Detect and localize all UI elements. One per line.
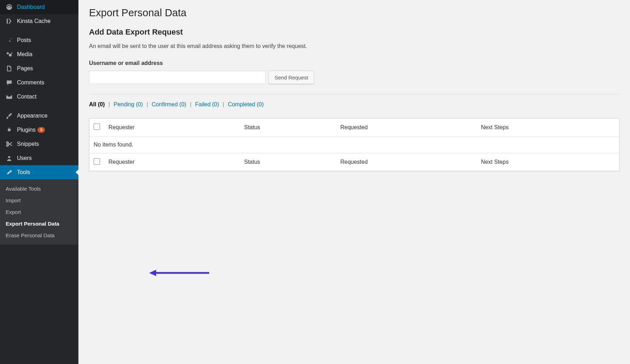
sidebar-item-comments[interactable]: Comments <box>0 76 78 90</box>
sidebar-item-contact[interactable]: Contact <box>0 90 78 104</box>
svg-point-4 <box>8 156 10 158</box>
select-all-checkbox-bottom[interactable] <box>94 158 100 165</box>
sidebar-item-label: Kinsta Cache <box>17 18 51 24</box>
sidebar-item-dashboard[interactable]: Dashboard <box>0 0 78 14</box>
col-requested[interactable]: Requested <box>336 119 477 137</box>
menu-separator <box>0 28 78 33</box>
kinsta-icon <box>5 18 13 25</box>
annotation-arrow-icon <box>149 269 209 278</box>
mail-icon <box>5 93 13 100</box>
page-title: Export Personal Data <box>89 7 619 19</box>
col-requester[interactable]: Requester <box>104 153 240 171</box>
sidebar-item-snippets[interactable]: Snippets <box>0 137 78 151</box>
submenu-erase-personal-data[interactable]: Erase Personal Data <box>0 229 78 241</box>
username-email-label: Username or email address <box>89 60 619 66</box>
comment-icon <box>5 79 13 86</box>
col-requester[interactable]: Requester <box>104 119 240 137</box>
page-description: An email will be sent to the user at thi… <box>89 43 619 49</box>
dashboard-icon <box>5 4 13 11</box>
sidebar-item-media[interactable]: Media <box>0 47 78 61</box>
menu-separator <box>0 104 78 109</box>
col-status[interactable]: Status <box>240 119 336 137</box>
filter-pending[interactable]: Pending (0) <box>114 101 143 107</box>
submenu-export-personal-data[interactable]: Export Personal Data <box>0 218 78 229</box>
svg-point-1 <box>9 54 12 56</box>
filter-all[interactable]: All (0) <box>89 101 105 107</box>
page-subtitle: Add Data Export Request <box>89 28 619 37</box>
col-next-steps[interactable]: Next Steps <box>477 153 619 171</box>
divider <box>89 94 619 94</box>
sidebar-item-label: Plugins <box>17 127 35 133</box>
select-all-checkbox-top[interactable] <box>94 124 100 130</box>
sidebar-item-label: Comments <box>17 79 44 86</box>
sidebar-item-kinsta-cache[interactable]: Kinsta Cache <box>0 14 78 28</box>
svg-point-0 <box>7 52 9 54</box>
status-filters: All (0) | Pending (0) | Confirmed (0) | … <box>89 101 619 108</box>
page-icon <box>5 65 13 72</box>
tools-submenu: Available Tools Import Export Export Per… <box>0 179 78 245</box>
sidebar-item-label: Tools <box>17 169 30 175</box>
send-request-button[interactable]: Send Request <box>269 71 314 84</box>
sidebar-item-label: Posts <box>17 37 31 43</box>
filter-confirmed[interactable]: Confirmed (0) <box>152 101 186 107</box>
admin-sidebar: Dashboard Kinsta Cache Posts Media Pages… <box>0 0 78 364</box>
submenu-import[interactable]: Import <box>0 195 78 206</box>
pin-icon <box>5 37 13 44</box>
media-icon <box>5 51 13 58</box>
sidebar-item-label: Contact <box>17 94 36 100</box>
col-next-steps[interactable]: Next Steps <box>477 119 619 137</box>
filter-completed[interactable]: Completed (0) <box>228 101 264 107</box>
table-row-empty: No items found. <box>89 137 619 153</box>
submenu-available-tools[interactable]: Available Tools <box>0 183 78 195</box>
submenu-export[interactable]: Export <box>0 206 78 218</box>
sidebar-item-label: Snippets <box>17 141 39 147</box>
sidebar-item-users[interactable]: Users <box>0 151 78 165</box>
filter-failed[interactable]: Failed (0) <box>195 101 219 107</box>
sidebar-item-tools[interactable]: Tools <box>0 165 78 179</box>
username-email-input[interactable] <box>89 71 266 84</box>
requests-table: Requester Status Requested Next Steps No… <box>89 118 619 171</box>
sidebar-item-plugins[interactable]: Plugins 9 <box>0 123 78 137</box>
plug-icon <box>5 126 13 133</box>
user-icon <box>5 155 13 162</box>
sidebar-item-label: Appearance <box>17 113 47 119</box>
sidebar-item-label: Users <box>17 155 32 161</box>
wrench-icon <box>5 169 13 176</box>
main-content: Export Personal Data Add Data Export Req… <box>78 0 630 364</box>
no-items-message: No items found. <box>89 137 619 153</box>
svg-point-2 <box>7 142 8 144</box>
sidebar-item-posts[interactable]: Posts <box>0 33 78 47</box>
sidebar-item-pages[interactable]: Pages <box>0 61 78 76</box>
sidebar-item-label: Dashboard <box>17 4 45 10</box>
col-status[interactable]: Status <box>240 153 336 171</box>
sidebar-item-appearance[interactable]: Appearance <box>0 109 78 123</box>
col-requested[interactable]: Requested <box>336 153 477 171</box>
sidebar-item-label: Media <box>17 51 33 58</box>
sidebar-item-label: Pages <box>17 65 33 72</box>
scissors-icon <box>5 141 13 148</box>
update-badge: 9 <box>37 127 45 133</box>
svg-point-3 <box>7 145 8 147</box>
svg-marker-6 <box>149 270 156 276</box>
brush-icon <box>5 112 13 119</box>
